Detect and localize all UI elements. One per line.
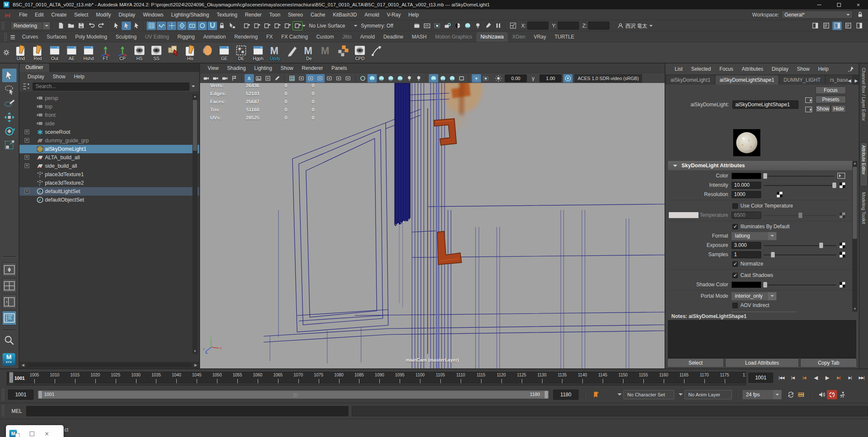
node-name-field[interactable] — [732, 100, 798, 109]
ae-menu-attributes[interactable]: Attributes — [737, 66, 768, 72]
fps-dropdown[interactable]: 24 fps — [743, 390, 782, 399]
outliner-hscrollbar[interactable]: ◀ ▶ — [19, 362, 199, 368]
snap-to-grid-icon[interactable] — [147, 22, 156, 30]
texture-checker-icon[interactable] — [840, 243, 845, 248]
shadow-color-slider[interactable] — [764, 282, 836, 288]
anim-layer-menu-icon[interactable] — [679, 393, 683, 398]
drag-handle[interactable] — [1, 405, 4, 418]
animation-end-field[interactable] — [553, 390, 579, 400]
outliner-item-alta-build-all[interactable]: +ALTA_build_all — [19, 153, 199, 162]
next-key-button[interactable]: ▶| — [833, 373, 844, 383]
grid-icon[interactable] — [287, 74, 297, 83]
menu-create[interactable]: Create — [47, 12, 70, 18]
range-grip[interactable] — [293, 393, 298, 397]
range-end-handle[interactable] — [545, 391, 548, 398]
loop-icon[interactable] — [786, 390, 796, 399]
range-start-handle[interactable] — [39, 391, 42, 398]
outliner-item-sceneroot[interactable]: +sceneRoot — [19, 128, 199, 136]
close-icon[interactable]: ✕ — [45, 431, 49, 437]
ae-tab-aiskydomelightshape1[interactable]: aiSkyDomeLightShape1 — [715, 75, 779, 85]
pin-icon[interactable] — [848, 66, 854, 72]
expand-icon[interactable]: + — [25, 130, 29, 134]
shelf-item-ae[interactable]: AE — [64, 44, 80, 61]
depth-of-field-icon[interactable] — [457, 74, 466, 83]
x-input[interactable] — [527, 22, 548, 30]
single-pane-layout[interactable] — [2, 263, 17, 277]
shelf-item-pen[interactable] — [284, 44, 300, 61]
viewport-colorspace[interactable]: ACES 1.0 SDR-video (sRGB) — [574, 74, 642, 83]
panel-menu-show[interactable]: Show — [276, 65, 298, 71]
play-backwards-button[interactable]: ◀ — [810, 373, 821, 383]
highlight-selection-icon[interactable]: A — [245, 74, 254, 83]
panel-menu-renderer[interactable]: Renderer — [298, 65, 327, 71]
exposure-field[interactable]: 0.00 — [505, 75, 527, 82]
save-scene-icon[interactable] — [76, 22, 86, 30]
shelf-tab-turtle[interactable]: TURTLE — [551, 32, 579, 42]
snap-to-point-icon[interactable] — [167, 22, 176, 30]
attribute-editor-scrollbar[interactable]: ▲▼ — [852, 161, 857, 312]
rotate-tool[interactable] — [2, 124, 17, 138]
select-object-icon[interactable] — [122, 22, 131, 30]
scale-tool[interactable] — [2, 138, 17, 152]
exposure-field[interactable] — [732, 242, 761, 249]
camera-attributes-icon[interactable] — [220, 74, 230, 83]
channel-box-toggle-icon[interactable] — [854, 22, 864, 30]
xyz-input-mode-icon[interactable] — [509, 22, 518, 30]
smooth-shade-all-icon[interactable] — [367, 74, 377, 83]
highlight-connections-icon[interactable] — [293, 22, 302, 30]
taskbar-preview-popup[interactable]: M ✕ — [6, 425, 64, 437]
swap-input-icon[interactable] — [805, 97, 812, 103]
shelf-item-orange-sphere[interactable] — [199, 44, 215, 61]
ae-tab-aiskydomelight1[interactable]: aiSkyDomeLight1 — [666, 75, 715, 85]
illuminates-by-default-checkbox[interactable] — [732, 224, 738, 230]
presets-button[interactable]: Presets — [815, 96, 846, 103]
shelf-tab-arnold[interactable]: Arnold — [356, 32, 379, 42]
scroll-right-icon[interactable]: ▶ — [192, 363, 199, 367]
paint-effects-icon[interactable] — [484, 22, 493, 30]
shadow-color-swatch[interactable] — [732, 282, 761, 288]
expand-icon[interactable]: + — [25, 155, 29, 160]
shelf-item-his[interactable]: His — [182, 44, 198, 61]
sidebar-tab-channel-box-layer-editor[interactable]: Channel Box / Layer Editor — [860, 65, 868, 138]
pane-stack-layout[interactable] — [2, 295, 17, 309]
construction-history-icon[interactable] — [242, 22, 251, 30]
ae-menu-selected[interactable]: Selected — [687, 66, 715, 72]
redo-icon[interactable] — [97, 22, 106, 30]
move-tool[interactable] — [2, 111, 17, 124]
z-input[interactable] — [588, 22, 609, 30]
shelf-tab-motion-graphics[interactable]: Motion Graphics — [431, 32, 476, 42]
shelf-item-pen-curve[interactable] — [369, 44, 385, 61]
shelf-tab-animation[interactable]: Animation — [199, 32, 230, 42]
ae-menu-list[interactable]: List — [670, 66, 687, 72]
tab-scroll-right-icon[interactable]: ▶ — [854, 78, 858, 83]
drag-handle[interactable] — [1, 22, 4, 30]
shelf-tab-rigging[interactable]: Rigging — [173, 32, 199, 42]
texture-checker-icon[interactable] — [840, 282, 845, 288]
light-preview-swatch[interactable] — [733, 129, 760, 156]
swap-output-icon[interactable] — [805, 107, 812, 112]
safe-action-icon[interactable] — [334, 74, 343, 83]
hide-button[interactable]: Hide — [831, 105, 846, 113]
expand-icon[interactable]: + — [25, 138, 29, 143]
shelf-tab-deadline[interactable]: Deadline — [379, 32, 407, 42]
drag-handle[interactable] — [4, 33, 7, 41]
character-set-menu-icon[interactable] — [618, 393, 622, 398]
time-slider-track[interactable]: 1001 10051010101510201025103010351040104… — [7, 372, 746, 385]
select-hierarchy-icon[interactable] — [111, 22, 121, 30]
menu-lighting-shading[interactable]: Lighting/Shading — [167, 12, 213, 18]
menu-render[interactable]: Render — [241, 12, 265, 18]
panel-menu-shading[interactable]: Shading — [223, 65, 250, 71]
hypershade-icon[interactable] — [463, 22, 473, 30]
samples-field[interactable] — [732, 251, 761, 258]
select-component-icon[interactable] — [132, 22, 141, 30]
shelf-item-und[interactable]: Und — [13, 44, 29, 61]
shelf-item-ft[interactable]: FT — [97, 44, 114, 61]
snap-custom-icon[interactable] — [208, 22, 217, 30]
snap-to-view-plane-icon[interactable] — [187, 22, 197, 30]
shelf-tab-surfaces[interactable]: Surfaces — [42, 32, 71, 42]
menu-windows[interactable]: Windows — [139, 12, 167, 18]
format-dropdown[interactable]: latlong — [732, 232, 776, 240]
menu-cache[interactable]: Cache — [307, 12, 329, 18]
texture-checker-icon[interactable] — [840, 252, 845, 257]
render-region-icon[interactable] — [433, 22, 442, 30]
